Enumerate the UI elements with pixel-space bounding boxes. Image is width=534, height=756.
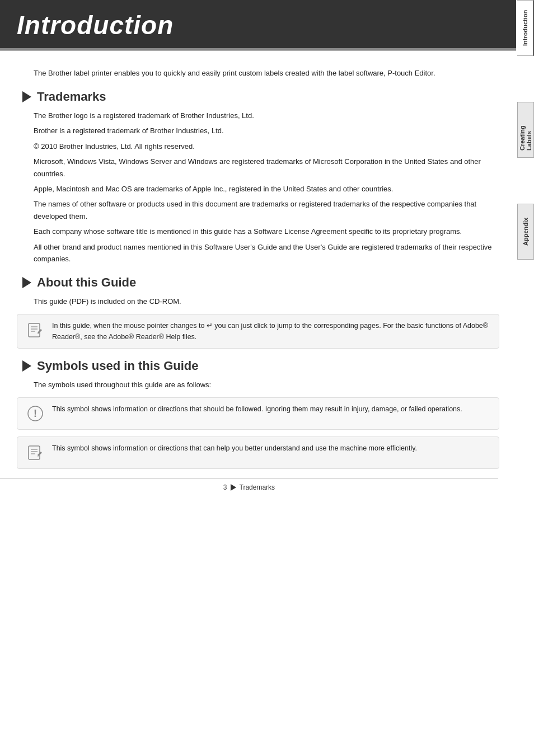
trademarks-triangle-icon — [22, 91, 31, 102]
sidebar-tab-introduction[interactable]: Introduction — [517, 0, 534, 56]
about-title: About this Guide — [37, 275, 136, 290]
intro-paragraph: The Brother label printer enables you to… — [34, 68, 499, 79]
trademarks-section-header: Trademarks — [22, 90, 499, 104]
symbols-note-text: This symbol shows information or directi… — [52, 443, 491, 454]
symbols-body: The symbols used throughout this guide a… — [34, 379, 499, 391]
page-title-header: Introduction — [0, 0, 516, 50]
trademark-line-6: The names of other software or products … — [34, 198, 499, 222]
note-icon-symbols — [25, 443, 45, 463]
about-note-text: In this guide, when the mouse pointer ch… — [52, 320, 491, 342]
symbols-triangle-icon — [22, 360, 31, 372]
warning-circle-icon: ! — [26, 405, 44, 422]
svg-text:!: ! — [34, 408, 37, 419]
symbols-section-header: Symbols used in this Guide — [22, 359, 499, 373]
trademark-line-7: Each company whose software title is men… — [34, 226, 499, 237]
svg-rect-8 — [29, 446, 40, 459]
trademark-line-1: The Brother logo is a registered tradema… — [34, 110, 499, 121]
warning-box: ! This symbol shows information or direc… — [17, 397, 499, 430]
symbols-title: Symbols used in this Guide — [37, 359, 199, 373]
sidebar-tabs: Introduction Creating Labels Appendix — [517, 0, 534, 756]
trademarks-title: Trademarks — [37, 90, 106, 104]
symbols-intro: The symbols used throughout this guide a… — [34, 379, 499, 391]
page-footer: 3 Trademarks — [0, 478, 498, 491]
warning-text: This symbol shows information or directi… — [52, 403, 491, 415]
main-content: Introduction The Brother label printer e… — [0, 0, 516, 498]
page-number: 3 — [223, 483, 227, 491]
note-icon-about — [25, 320, 45, 340]
sidebar-tab-creating-labels[interactable]: Creating Labels — [517, 102, 534, 158]
warning-icon: ! — [25, 403, 45, 424]
content-body: The Brother label printer enables you to… — [0, 51, 516, 498]
page-title: Introduction — [17, 10, 499, 40]
trademark-line-5: Apple, Macintosh and Mac OS are trademar… — [34, 183, 499, 195]
about-note-box: In this guide, when the mouse pointer ch… — [17, 314, 499, 349]
trademark-line-8: All other brand and product names mentio… — [34, 241, 499, 265]
about-triangle-icon — [22, 277, 31, 288]
pencil-note-icon — [26, 321, 44, 339]
about-section-header: About this Guide — [22, 275, 499, 290]
footer-triangle-icon — [231, 484, 236, 491]
about-body: This guide (PDF) is included on the CD-R… — [34, 295, 499, 307]
footer-link[interactable]: Trademarks — [240, 483, 275, 491]
trademark-line-3: © 2010 Brother Industries, Ltd. All righ… — [34, 140, 499, 152]
symbols-note-box: This symbol shows information or directi… — [17, 436, 499, 469]
svg-rect-0 — [29, 323, 40, 337]
trademark-line-4: Microsoft, Windows Vista, Windows Server… — [34, 156, 499, 180]
pencil-note-icon-2 — [26, 444, 44, 462]
about-paragraph: This guide (PDF) is included on the CD-R… — [34, 295, 499, 307]
trademark-line-2: Brother is a registered trademark of Bro… — [34, 125, 499, 137]
sidebar-tab-appendix[interactable]: Appendix — [517, 204, 534, 260]
trademarks-body: The Brother logo is a registered tradema… — [34, 110, 499, 265]
